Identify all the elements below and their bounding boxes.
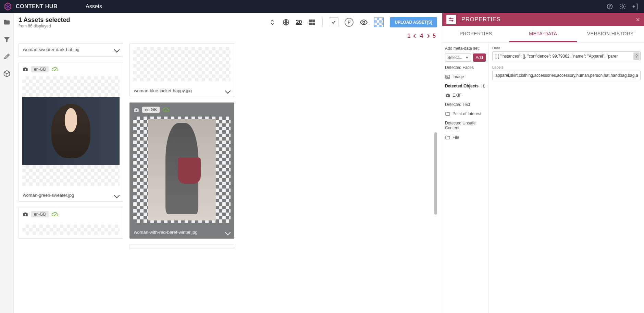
metaset-label: Image xyxy=(453,74,464,79)
folder-outline-icon xyxy=(445,111,450,117)
metaset-exif[interactable]: EXIF xyxy=(445,92,486,99)
metaset-label: File xyxy=(453,135,459,140)
selection-subtitle: from 86 displayed xyxy=(18,24,70,28)
metaset-label: Detected Unsafe Content xyxy=(445,121,486,131)
brand-name: CONTENT HUB xyxy=(16,3,58,10)
field-label-data: Data xyxy=(492,46,641,50)
page-next-icon[interactable] xyxy=(426,34,430,38)
preview-icon[interactable] xyxy=(360,18,368,26)
asset-name: woman-sweater-dark-hat.jpg xyxy=(23,47,79,52)
top-bar: CONTENT HUB Assets xyxy=(0,0,644,13)
select-all-toggle[interactable] xyxy=(329,17,338,27)
properties-header: PROPERTIES × xyxy=(442,13,644,26)
asset-column: woman-blue-jacket-happy.jpg en-GB woman-… xyxy=(129,43,234,249)
camera-icon xyxy=(22,211,28,217)
add-metadata-label: Add meta-data set: xyxy=(445,46,486,51)
chevron-down-icon[interactable] xyxy=(114,192,120,198)
metadata-select[interactable]: Select... ▼ xyxy=(445,53,471,62)
gear-icon[interactable] xyxy=(481,84,486,88)
app-logo-icon xyxy=(3,2,12,11)
locale-badge: en-GB xyxy=(31,66,49,72)
metaset-label: Detected Text xyxy=(445,102,470,107)
asset-grid: woman-sweater-dark-hat.jpg en-GB woman-g… xyxy=(14,42,442,313)
metaset-poi[interactable]: Point of Interest xyxy=(445,110,486,117)
metaset-detected-faces[interactable]: Detected Faces xyxy=(445,64,486,71)
folder-outline-icon xyxy=(445,135,450,140)
cloud-check-icon xyxy=(51,66,58,73)
top-icons xyxy=(606,0,644,13)
logout-icon[interactable] xyxy=(632,3,639,10)
metaset-detected-text[interactable]: Detected Text xyxy=(445,101,486,108)
camera-icon xyxy=(22,66,28,72)
page-size[interactable]: 20 xyxy=(296,19,302,25)
tab-properties[interactable]: PROPERTIES xyxy=(442,26,509,42)
tab-metadata[interactable]: META-DATA xyxy=(509,26,577,42)
publish-button[interactable]: P xyxy=(345,18,354,27)
selection-title: 1 Assets selected xyxy=(18,16,70,24)
svg-point-16 xyxy=(483,85,484,87)
metaset-file[interactable]: File xyxy=(445,134,486,141)
asset-card[interactable]: woman-blue-jacket-happy.jpg xyxy=(129,43,234,97)
metaset-label: Detected Objects xyxy=(445,84,479,88)
help-icon[interactable] xyxy=(606,3,613,10)
chevron-down-icon[interactable] xyxy=(114,47,120,52)
asset-card[interactable]: en-GB woman-green-sweater.jpg xyxy=(18,62,123,202)
asset-name: woman-blue-jacket-happy.jpg xyxy=(134,88,192,93)
svg-point-11 xyxy=(136,109,137,111)
properties-title: PROPERTIES xyxy=(461,16,500,23)
metaset-unsafe[interactable]: Detected Unsafe Content xyxy=(445,120,486,131)
field-value: [ { "instances": [], "confidence": 99.79… xyxy=(495,54,618,59)
properties-panel: PROPERTIES × PROPERTIES META-DATA VERSIO… xyxy=(442,13,644,313)
close-icon[interactable]: × xyxy=(636,16,640,24)
upload-button[interactable]: UPLOAD ASSET(S) xyxy=(390,17,437,27)
svg-rect-6 xyxy=(309,23,312,25)
camera-icon xyxy=(133,107,139,113)
metaset-detected-objects[interactable]: Detected Objects xyxy=(445,83,486,89)
tab-version-history[interactable]: VERSION HISTORY xyxy=(577,26,644,42)
publish-letter: P xyxy=(348,20,350,25)
svg-point-10 xyxy=(25,214,26,216)
pager: 1 4 5 xyxy=(14,32,442,42)
svg-point-13 xyxy=(452,20,453,21)
svg-point-12 xyxy=(450,18,451,19)
sort-updown-icon[interactable] xyxy=(269,19,276,26)
add-button[interactable]: Add xyxy=(473,53,486,62)
page-current[interactable]: 4 xyxy=(420,33,423,39)
folder-icon[interactable] xyxy=(3,19,11,26)
filter-icon[interactable] xyxy=(3,36,11,43)
divider xyxy=(322,17,323,27)
page-last[interactable]: 5 xyxy=(433,33,436,39)
left-rail xyxy=(0,13,14,313)
field-data[interactable]: [ { "instances": [], "confidence": 99.79… xyxy=(492,51,641,61)
asset-card-selected[interactable]: en-GB woman-with-red-beret-winter.jpg xyxy=(129,103,234,239)
toolbar: 1 Assets selected from 86 displayed 20 P… xyxy=(14,13,442,32)
metaset-image[interactable]: Image xyxy=(445,73,486,80)
chevron-down-icon[interactable] xyxy=(225,88,231,94)
page-first[interactable]: 1 xyxy=(407,33,410,39)
properties-tabs: PROPERTIES META-DATA VERSION HISTORY xyxy=(442,26,644,43)
svg-point-2 xyxy=(622,6,624,8)
package-icon[interactable] xyxy=(3,70,11,77)
asset-name: woman-green-sweater.jpg xyxy=(23,193,74,198)
cloud-check-icon xyxy=(51,211,58,218)
asset-card[interactable] xyxy=(129,244,234,249)
asset-scroll-area xyxy=(240,43,437,215)
settings-icon[interactable] xyxy=(619,3,626,10)
svg-rect-5 xyxy=(312,20,315,22)
field-labels[interactable]: apparel,skirt,clothing,accessories,acces… xyxy=(492,71,641,80)
chevron-down-icon[interactable] xyxy=(225,229,231,235)
transparency-toggle[interactable] xyxy=(374,17,384,27)
check-icon xyxy=(331,20,336,25)
asset-card[interactable]: woman-sweater-dark-hat.jpg xyxy=(18,43,123,57)
tools-icon[interactable] xyxy=(3,53,11,60)
locale-badge: en-GB xyxy=(31,211,49,217)
page-prev-icon[interactable] xyxy=(413,34,417,38)
asset-card[interactable]: en-GB xyxy=(18,207,123,239)
scrollbar[interactable] xyxy=(434,132,437,215)
metaset-label: EXIF xyxy=(453,93,462,98)
globe-icon[interactable] xyxy=(282,19,290,26)
main-area: 1 Assets selected from 86 displayed 20 P… xyxy=(0,13,644,313)
sliders-icon[interactable] xyxy=(446,15,456,24)
grid-view-icon[interactable] xyxy=(308,18,316,26)
help-badge[interactable]: ? xyxy=(633,52,640,60)
